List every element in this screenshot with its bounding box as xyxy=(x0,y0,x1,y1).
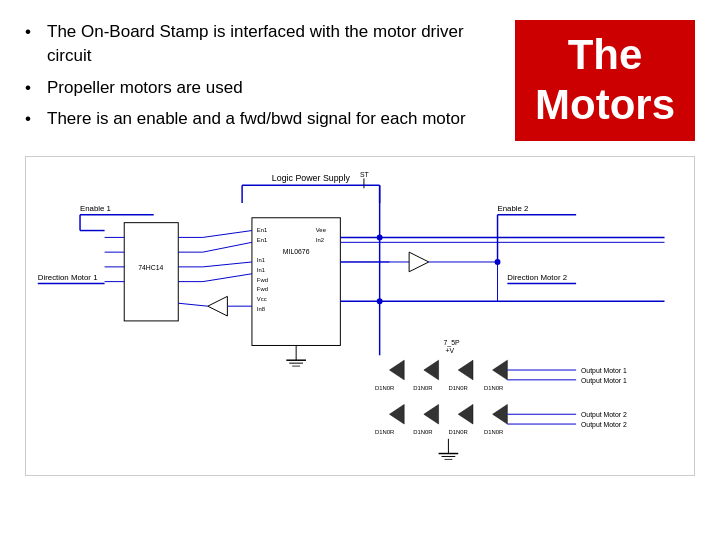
output-motor1b-label: Output Motor 1 xyxy=(581,377,627,385)
ic2-pin8: In8 xyxy=(257,306,266,312)
header-area: • The On-Board Stamp is interfaced with … xyxy=(25,20,695,141)
ic2-rpin1: Vee xyxy=(316,227,326,233)
diode4-label: D1N0R xyxy=(484,384,503,390)
diode2-label: D1N0R xyxy=(413,384,432,390)
output-motor2a-label: Output Motor 2 xyxy=(581,411,627,419)
ic1-label: 74HC14 xyxy=(138,264,163,271)
enable2-label: Enable 2 xyxy=(498,204,529,213)
bullet-item-1: • The On-Board Stamp is interfaced with … xyxy=(25,20,495,68)
circuit-svg: Logic Power Supply Enable 1 Enable 2 74H… xyxy=(26,157,694,475)
ic2-pin7: Vcc xyxy=(257,296,267,302)
diode5-label: D1N0R xyxy=(375,429,394,435)
title-line2: Motors xyxy=(535,80,675,130)
output-motor2b-label: Output Motor 2 xyxy=(581,421,627,429)
diode6-label: D1N0R xyxy=(413,429,432,435)
bullet-dot-2: • xyxy=(25,76,43,100)
diode1-label: D1N0R xyxy=(375,384,394,390)
junction2 xyxy=(377,298,383,304)
bullet-item-2: • Propeller motors are used xyxy=(25,76,495,100)
enable1-label: Enable 1 xyxy=(80,204,111,213)
bullet-text-2: Propeller motors are used xyxy=(47,76,243,100)
circuit-diagram: Logic Power Supply Enable 1 Enable 2 74H… xyxy=(25,156,695,476)
vcc2-label: +V xyxy=(445,347,454,354)
ic2-rpin2: In2 xyxy=(316,237,324,243)
diode7-label: D1N0R xyxy=(449,429,468,435)
ic2-label: MIL0676 xyxy=(283,248,310,255)
title-badge: The Motors xyxy=(515,20,695,141)
dir-motor1-label: Direction Motor 1 xyxy=(38,272,98,281)
diode3-label: D1N0R xyxy=(449,384,468,390)
svg-rect-6 xyxy=(124,222,178,320)
dir-motor2-label: Direction Motor 2 xyxy=(507,272,567,281)
output-motor1a-label: Output Motor 1 xyxy=(581,367,627,375)
title-line1: The xyxy=(535,30,675,80)
st-label: ST xyxy=(360,170,370,177)
bullet-text-1: The On-Board Stamp is interfaced with th… xyxy=(47,20,495,68)
bullet-points: • The On-Board Stamp is interfaced with … xyxy=(25,20,515,139)
bullet-dot-3: • xyxy=(25,107,43,131)
ic2-pin1: En1 xyxy=(257,227,267,233)
logic-supply-label: Logic Power Supply xyxy=(272,173,351,183)
diode8-label: D1N0R xyxy=(484,429,503,435)
vcc-label: 7_5P xyxy=(444,339,460,347)
bullet-item-3: • There is an enable and a fwd/bwd signa… xyxy=(25,107,495,131)
ic2-pin3: In1 xyxy=(257,257,265,263)
junction1 xyxy=(377,234,383,240)
ic2-pin5: Fwd xyxy=(257,276,268,282)
bullet-text-3: There is an enable and a fwd/bwd signal … xyxy=(47,107,466,131)
ic2-pin6: Fwd xyxy=(257,286,268,292)
ic2-pin4: In1 xyxy=(257,267,265,273)
bullet-dot-1: • xyxy=(25,20,43,44)
ic2-pin2: En1 xyxy=(257,237,267,243)
slide-container: • The On-Board Stamp is interfaced with … xyxy=(0,0,720,540)
junction3 xyxy=(495,259,501,265)
